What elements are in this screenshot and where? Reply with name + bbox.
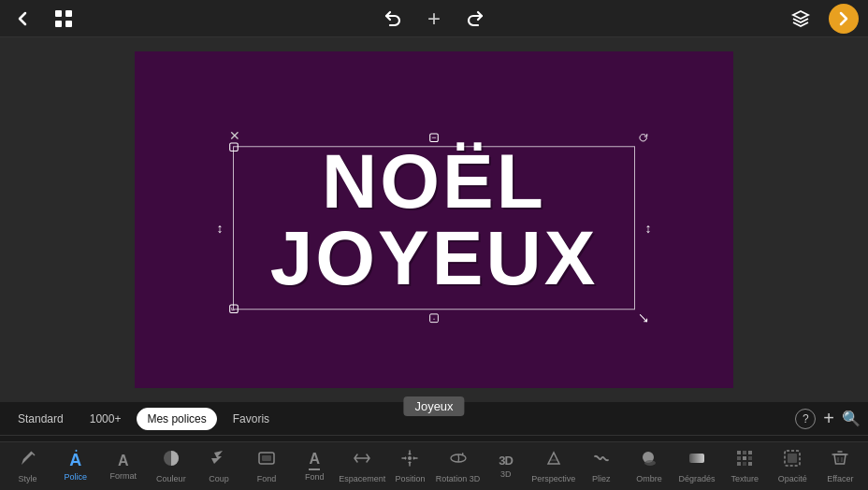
style-icon bbox=[19, 449, 37, 472]
tab-standard[interactable]: Standard bbox=[7, 408, 74, 430]
svg-point-25 bbox=[644, 460, 656, 466]
tool-effacer-label: Effacer bbox=[827, 474, 853, 483]
tool-degrades-label: Dégradés bbox=[679, 474, 716, 483]
coup-icon bbox=[210, 449, 228, 472]
svg-rect-26 bbox=[689, 454, 704, 463]
svg-rect-29 bbox=[748, 451, 752, 454]
ombre-icon bbox=[640, 449, 658, 472]
next-button[interactable] bbox=[829, 4, 859, 34]
tool-format[interactable]: A Format bbox=[99, 453, 147, 481]
handle-ml[interactable]: ↕ bbox=[215, 223, 224, 233]
tool-espacement-label: Espacement bbox=[339, 474, 385, 483]
tool-perspective[interactable]: Perspective bbox=[529, 449, 577, 483]
tool-fond-bg-label: Fond bbox=[257, 474, 277, 483]
tool-perspective-label: Perspective bbox=[531, 474, 575, 483]
svg-rect-4 bbox=[230, 143, 239, 151]
svg-rect-28 bbox=[743, 451, 746, 454]
svg-rect-37 bbox=[788, 454, 797, 463]
main-canvas-area: NOËL JOYEUX ✕ bbox=[0, 37, 868, 402]
help-icon[interactable]: ? bbox=[795, 409, 816, 429]
svg-rect-3 bbox=[65, 21, 72, 27]
tool-row: Style A • Police A Format Couleur Coup bbox=[0, 441, 868, 490]
police-icon: A • bbox=[69, 451, 81, 470]
rotation3d-icon bbox=[449, 449, 468, 472]
texture-icon bbox=[735, 449, 754, 472]
svg-rect-32 bbox=[748, 456, 752, 460]
espacement-icon bbox=[353, 449, 371, 472]
text-line2[interactable]: JOYEUX bbox=[270, 220, 599, 296]
degrades-icon bbox=[687, 449, 706, 472]
svg-rect-5 bbox=[230, 305, 239, 313]
back-button[interactable] bbox=[9, 6, 36, 32]
tool-opacite[interactable]: Opacité bbox=[769, 449, 817, 483]
tool-couleur[interactable]: Couleur bbox=[147, 449, 195, 483]
svg-text:+: + bbox=[433, 316, 436, 321]
svg-rect-34 bbox=[743, 462, 746, 466]
tool-ombre-label: Ombre bbox=[636, 474, 662, 483]
layers-icon[interactable] bbox=[788, 6, 814, 32]
tab-1000plus[interactable]: 1000+ bbox=[80, 408, 132, 430]
canvas-text-container[interactable]: NOËL JOYEUX bbox=[270, 143, 599, 296]
tool-style[interactable]: Style bbox=[4, 449, 51, 483]
tool-police-label: Police bbox=[64, 472, 87, 482]
format-icon: A bbox=[118, 453, 129, 469]
perspective-icon bbox=[544, 449, 563, 472]
tool-opacite-label: Opacité bbox=[778, 474, 807, 483]
fond-text-icon: A bbox=[309, 451, 320, 470]
tool-fond-text[interactable]: A Fond bbox=[291, 451, 339, 482]
search-fonts-icon[interactable]: 🔍 bbox=[842, 410, 861, 427]
effacer-icon bbox=[831, 449, 849, 472]
add-button[interactable]: + bbox=[421, 6, 447, 32]
handle-mr[interactable]: ↕ bbox=[644, 223, 653, 233]
tool-fond-bg[interactable]: Fond bbox=[243, 449, 291, 483]
grid-icon[interactable] bbox=[51, 6, 77, 32]
text-line1[interactable]: NOËL bbox=[270, 143, 599, 220]
position-icon bbox=[400, 449, 419, 472]
tool-rotation3d[interactable]: Rotation 3D bbox=[434, 449, 482, 483]
tool-position-label: Position bbox=[395, 474, 425, 483]
tool-fond-text-label: Fond bbox=[305, 472, 325, 482]
floating-text-label: Joyeux bbox=[403, 396, 464, 416]
svg-rect-27 bbox=[737, 451, 741, 454]
tool-texture-label: Texture bbox=[731, 474, 759, 483]
svg-rect-1 bbox=[65, 10, 72, 17]
tool-ombre[interactable]: Ombre bbox=[625, 449, 673, 483]
canvas[interactable]: NOËL JOYEUX ✕ bbox=[135, 51, 733, 388]
tool-coup[interactable]: Coup bbox=[195, 449, 242, 483]
svg-point-22 bbox=[408, 456, 412, 460]
tool-police[interactable]: A • Police bbox=[51, 451, 99, 482]
3d-icon: 3D bbox=[499, 454, 513, 468]
pliez-icon bbox=[592, 449, 611, 472]
tab-mes-polices[interactable]: Mes polices bbox=[137, 408, 216, 430]
tool-format-label: Format bbox=[110, 471, 137, 481]
undo-button[interactable] bbox=[380, 6, 406, 32]
top-toolbar: + bbox=[0, 0, 868, 37]
tool-pliez-label: Pliez bbox=[592, 474, 611, 483]
add-font-icon[interactable]: + bbox=[823, 408, 834, 429]
tool-3d-label: 3D bbox=[500, 469, 512, 479]
tool-degrades[interactable]: Dégradés bbox=[673, 449, 721, 483]
fond-bg-icon bbox=[257, 449, 276, 472]
handle-br[interactable] bbox=[639, 313, 648, 323]
tool-espacement[interactable]: Espacement bbox=[339, 449, 386, 483]
tool-pliez[interactable]: Pliez bbox=[577, 449, 625, 483]
tool-coup-label: Coup bbox=[209, 474, 229, 483]
tool-rotation3d-label: Rotation 3D bbox=[436, 474, 481, 483]
handle-bl[interactable] bbox=[229, 304, 239, 313]
svg-rect-2 bbox=[55, 21, 62, 27]
tab-favoris[interactable]: Favoris bbox=[223, 408, 280, 430]
svg-rect-33 bbox=[737, 462, 741, 466]
tool-effacer[interactable]: Effacer bbox=[817, 449, 864, 483]
handle-rotate[interactable] bbox=[639, 133, 648, 142]
redo-button[interactable] bbox=[462, 6, 488, 32]
tool-position[interactable]: Position bbox=[386, 449, 434, 483]
svg-rect-35 bbox=[748, 462, 752, 466]
handle-bm[interactable]: + bbox=[429, 313, 439, 323]
tool-texture[interactable]: Texture bbox=[721, 449, 769, 483]
handle-tl[interactable] bbox=[229, 142, 239, 151]
svg-rect-0 bbox=[55, 10, 62, 17]
tool-3d[interactable]: 3D 3D bbox=[482, 454, 529, 479]
couleur-icon bbox=[162, 449, 181, 472]
tool-style-label: Style bbox=[19, 474, 37, 483]
svg-rect-30 bbox=[737, 456, 741, 460]
